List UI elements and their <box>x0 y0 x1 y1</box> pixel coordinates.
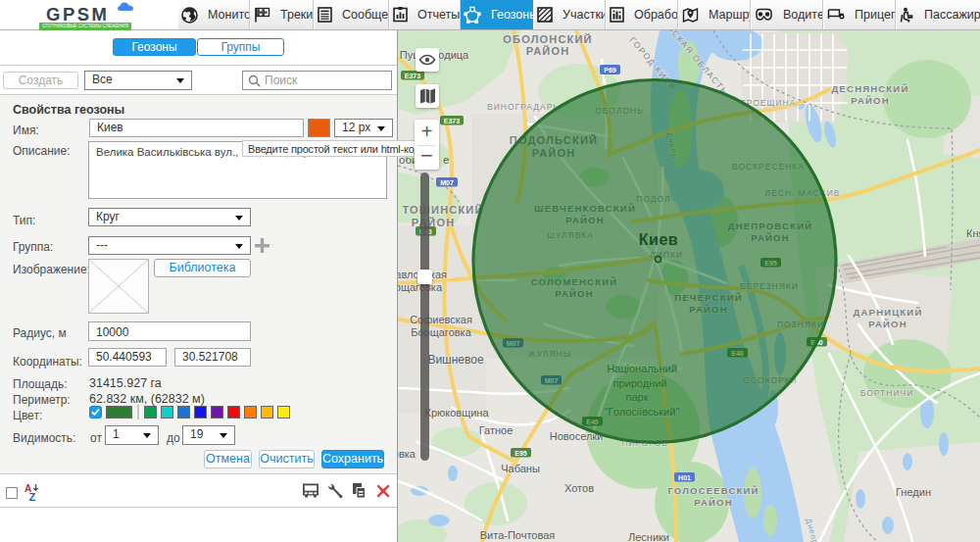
svg-text:Лесники: Лесники <box>628 531 669 542</box>
svg-text:Z: Z <box>29 491 36 502</box>
svg-text:Гнедин: Гнедин <box>896 486 931 498</box>
svg-text:ВИНОГРАДАРЬ: ВИНОГРАДАРЬ <box>487 102 560 112</box>
svg-text:Тарасовка: Тарасовка <box>398 448 416 460</box>
svg-text:Е373: Е373 <box>405 73 420 79</box>
svg-text:ДЕСНЯНСКИЙ: ДЕСНЯНСКИЙ <box>832 83 909 94</box>
svg-text:РАЙОН: РАЙОН <box>868 319 906 329</box>
svg-text:ОБОЛОНСКИЙ: ОБОЛОНСКИЙ <box>503 33 592 45</box>
svg-text:Софиевская: Софиевская <box>410 314 472 325</box>
svg-text:Княжичи: Княжичи <box>966 227 980 239</box>
svg-text:Вита-Почтовая: Вита-Почтовая <box>480 529 556 541</box>
svg-text:РАЙОН: РАЙОН <box>526 45 570 57</box>
svg-text:Е373: Е373 <box>444 118 460 124</box>
svg-text:РАЙОН: РАЙОН <box>694 497 732 508</box>
svg-text:М07: М07 <box>440 179 454 186</box>
svg-text:Гатное: Гатное <box>479 424 514 436</box>
svg-text:Р69: Р69 <box>604 67 616 74</box>
svg-text:Е95: Е95 <box>514 450 527 457</box>
svg-text:Крюковщина: Крюковщина <box>424 407 489 419</box>
svg-text:ДАРНИЦКИЙ: ДАРНИЦКИЙ <box>854 307 923 318</box>
svg-text:ТОШИНСКИЙ: ТОШИНСКИЙ <box>402 204 483 216</box>
svg-text:Хотов: Хотов <box>564 482 594 494</box>
svg-text:ГОЛОСЕЕВСКИЙ: ГОЛОСЕЕВСКИЙ <box>667 485 759 496</box>
svg-text:РАЙОН: РАЙОН <box>851 95 889 106</box>
svg-text:БОРТНИЧИ: БОРТНИЧИ <box>860 388 914 398</box>
svg-text:е: е <box>443 154 449 166</box>
svg-text:Вишневое: Вишневое <box>427 353 484 367</box>
svg-text:Н01: Н01 <box>678 474 691 481</box>
svg-text:Чабаны: Чабаны <box>501 463 540 474</box>
